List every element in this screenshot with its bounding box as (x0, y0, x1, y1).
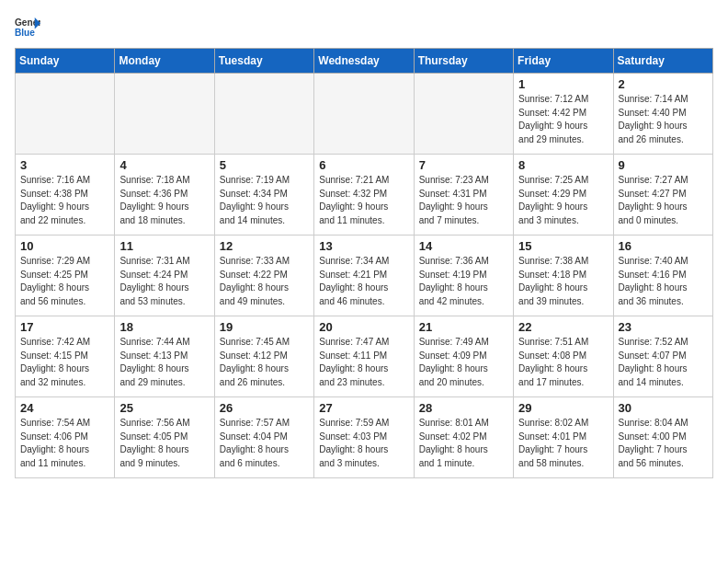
calendar-cell: 8Sunrise: 7:25 AM Sunset: 4:29 PM Daylig… (514, 155, 613, 236)
calendar-cell: 7Sunrise: 7:23 AM Sunset: 4:31 PM Daylig… (414, 155, 513, 236)
day-info: Sunrise: 7:14 AM Sunset: 4:40 PM Dayligh… (619, 93, 708, 146)
col-header-thursday: Thursday (414, 49, 513, 74)
day-number: 28 (419, 401, 508, 415)
day-number: 23 (619, 320, 708, 334)
calendar-cell: 9Sunrise: 7:27 AM Sunset: 4:27 PM Daylig… (613, 155, 712, 236)
col-header-wednesday: Wednesday (314, 49, 414, 74)
calendar-cell: 14Sunrise: 7:36 AM Sunset: 4:19 PM Dayli… (414, 236, 513, 316)
day-number: 5 (220, 158, 309, 172)
day-number: 25 (119, 401, 209, 415)
day-number: 20 (319, 320, 408, 334)
day-info: Sunrise: 7:12 AM Sunset: 4:42 PM Dayligh… (518, 93, 608, 146)
day-info: Sunrise: 7:31 AM Sunset: 4:24 PM Dayligh… (119, 255, 209, 308)
day-number: 27 (319, 401, 408, 415)
day-info: Sunrise: 7:49 AM Sunset: 4:09 PM Dayligh… (419, 336, 508, 389)
day-info: Sunrise: 7:27 AM Sunset: 4:27 PM Dayligh… (619, 174, 708, 227)
day-info: Sunrise: 7:51 AM Sunset: 4:08 PM Dayligh… (518, 336, 608, 389)
calendar-cell: 20Sunrise: 7:47 AM Sunset: 4:11 PM Dayli… (314, 316, 414, 397)
calendar-cell (16, 74, 115, 155)
day-info: Sunrise: 7:21 AM Sunset: 4:32 PM Dayligh… (319, 174, 408, 227)
day-info: Sunrise: 7:47 AM Sunset: 4:11 PM Dayligh… (319, 336, 408, 389)
calendar-cell: 5Sunrise: 7:19 AM Sunset: 4:34 PM Daylig… (214, 155, 313, 236)
day-info: Sunrise: 8:01 AM Sunset: 4:02 PM Dayligh… (419, 417, 508, 470)
day-number: 17 (20, 320, 109, 334)
day-number: 18 (119, 320, 209, 334)
day-number: 19 (220, 320, 309, 334)
day-info: Sunrise: 7:16 AM Sunset: 4:38 PM Dayligh… (20, 174, 109, 227)
day-info: Sunrise: 7:45 AM Sunset: 4:12 PM Dayligh… (220, 336, 309, 389)
day-info: Sunrise: 7:52 AM Sunset: 4:07 PM Dayligh… (619, 336, 708, 389)
calendar-cell: 29Sunrise: 8:02 AM Sunset: 4:01 PM Dayli… (514, 397, 613, 478)
calendar-cell: 11Sunrise: 7:31 AM Sunset: 4:24 PM Dayli… (115, 236, 214, 316)
calendar-cell: 13Sunrise: 7:34 AM Sunset: 4:21 PM Dayli… (314, 236, 414, 316)
calendar-cell: 15Sunrise: 7:38 AM Sunset: 4:18 PM Dayli… (514, 236, 613, 316)
day-info: Sunrise: 7:54 AM Sunset: 4:06 PM Dayligh… (20, 417, 109, 470)
calendar-cell (214, 74, 313, 155)
day-number: 16 (619, 239, 708, 253)
day-info: Sunrise: 7:25 AM Sunset: 4:29 PM Dayligh… (518, 174, 608, 227)
day-info: Sunrise: 7:19 AM Sunset: 4:34 PM Dayligh… (220, 174, 309, 227)
day-info: Sunrise: 7:59 AM Sunset: 4:03 PM Dayligh… (319, 417, 408, 470)
calendar-cell: 2Sunrise: 7:14 AM Sunset: 4:40 PM Daylig… (613, 74, 712, 155)
day-number: 10 (20, 239, 109, 253)
calendar-cell: 16Sunrise: 7:40 AM Sunset: 4:16 PM Dayli… (613, 236, 712, 316)
day-number: 4 (119, 158, 209, 172)
day-number: 6 (319, 158, 408, 172)
day-number: 13 (319, 239, 408, 253)
calendar-cell: 3Sunrise: 7:16 AM Sunset: 4:38 PM Daylig… (16, 155, 115, 236)
calendar-cell: 12Sunrise: 7:33 AM Sunset: 4:22 PM Dayli… (214, 236, 313, 316)
day-number: 11 (119, 239, 209, 253)
day-number: 29 (518, 401, 608, 415)
calendar-cell: 22Sunrise: 7:51 AM Sunset: 4:08 PM Dayli… (514, 316, 613, 397)
day-number: 1 (518, 77, 608, 91)
col-header-sunday: Sunday (16, 49, 115, 74)
col-header-saturday: Saturday (613, 49, 712, 74)
day-info: Sunrise: 7:34 AM Sunset: 4:21 PM Dayligh… (319, 255, 408, 308)
day-info: Sunrise: 7:56 AM Sunset: 4:05 PM Dayligh… (119, 417, 209, 470)
day-number: 2 (619, 77, 708, 91)
day-number: 7 (419, 158, 508, 172)
col-header-tuesday: Tuesday (214, 49, 313, 74)
calendar-cell: 1Sunrise: 7:12 AM Sunset: 4:42 PM Daylig… (514, 74, 613, 155)
calendar-cell (115, 74, 214, 155)
day-info: Sunrise: 7:36 AM Sunset: 4:19 PM Dayligh… (419, 255, 508, 308)
day-info: Sunrise: 7:57 AM Sunset: 4:04 PM Dayligh… (220, 417, 309, 470)
day-number: 8 (518, 158, 608, 172)
calendar-cell: 30Sunrise: 8:04 AM Sunset: 4:00 PM Dayli… (613, 397, 712, 478)
day-number: 14 (419, 239, 508, 253)
calendar-cell: 28Sunrise: 8:01 AM Sunset: 4:02 PM Dayli… (414, 397, 513, 478)
day-info: Sunrise: 8:02 AM Sunset: 4:01 PM Dayligh… (518, 417, 608, 470)
calendar-table: SundayMondayTuesdayWednesdayThursdayFrid… (15, 48, 713, 478)
calendar-cell: 4Sunrise: 7:18 AM Sunset: 4:36 PM Daylig… (115, 155, 214, 236)
day-number: 30 (619, 401, 708, 415)
calendar-cell: 18Sunrise: 7:44 AM Sunset: 4:13 PM Dayli… (115, 316, 214, 397)
day-info: Sunrise: 7:33 AM Sunset: 4:22 PM Dayligh… (220, 255, 309, 308)
calendar-cell: 27Sunrise: 7:59 AM Sunset: 4:03 PM Dayli… (314, 397, 414, 478)
calendar-cell: 10Sunrise: 7:29 AM Sunset: 4:25 PM Dayli… (16, 236, 115, 316)
day-info: Sunrise: 7:44 AM Sunset: 4:13 PM Dayligh… (119, 336, 209, 389)
calendar-cell: 6Sunrise: 7:21 AM Sunset: 4:32 PM Daylig… (314, 155, 414, 236)
day-number: 24 (20, 401, 109, 415)
calendar-cell: 21Sunrise: 7:49 AM Sunset: 4:09 PM Dayli… (414, 316, 513, 397)
day-number: 12 (220, 239, 309, 253)
day-number: 22 (518, 320, 608, 334)
day-number: 15 (518, 239, 608, 253)
page-header: General Blue (15, 15, 713, 40)
day-info: Sunrise: 8:04 AM Sunset: 4:00 PM Dayligh… (619, 417, 708, 470)
day-info: Sunrise: 7:42 AM Sunset: 4:15 PM Dayligh… (20, 336, 109, 389)
calendar-cell: 19Sunrise: 7:45 AM Sunset: 4:12 PM Dayli… (214, 316, 313, 397)
calendar-cell: 26Sunrise: 7:57 AM Sunset: 4:04 PM Dayli… (214, 397, 313, 478)
day-number: 21 (419, 320, 508, 334)
calendar-cell (414, 74, 513, 155)
day-number: 9 (619, 158, 708, 172)
day-info: Sunrise: 7:29 AM Sunset: 4:25 PM Dayligh… (20, 255, 109, 308)
day-number: 3 (20, 158, 109, 172)
svg-text:Blue: Blue (15, 28, 35, 38)
day-info: Sunrise: 7:18 AM Sunset: 4:36 PM Dayligh… (119, 174, 209, 227)
col-header-monday: Monday (115, 49, 214, 74)
col-header-friday: Friday (514, 49, 613, 74)
day-info: Sunrise: 7:23 AM Sunset: 4:31 PM Dayligh… (419, 174, 508, 227)
logo: General Blue (15, 15, 40, 40)
calendar-cell: 17Sunrise: 7:42 AM Sunset: 4:15 PM Dayli… (16, 316, 115, 397)
calendar-cell: 23Sunrise: 7:52 AM Sunset: 4:07 PM Dayli… (613, 316, 712, 397)
